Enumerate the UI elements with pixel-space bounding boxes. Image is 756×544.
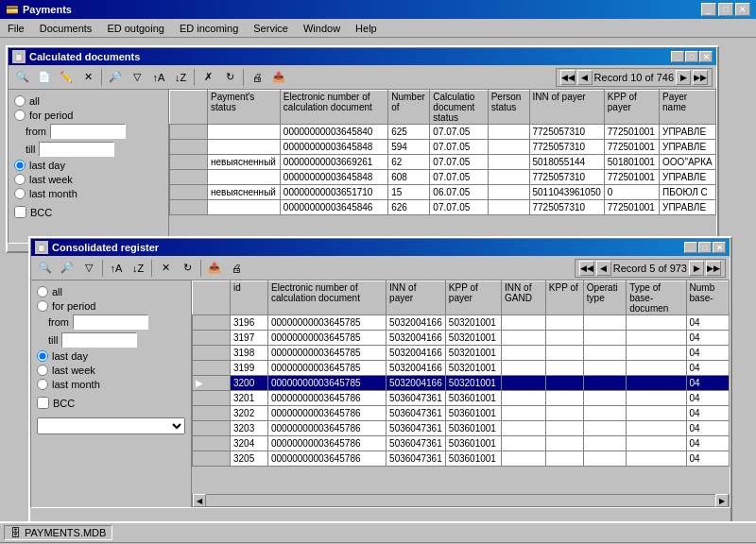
task-payments-mdb[interactable]: 🗄 PAYMENTS.MDB — [4, 525, 112, 540]
cr-col-kpp[interactable]: KPP of payer — [445, 281, 501, 315]
cr-bcc-select[interactable] — [37, 417, 185, 434]
consol-reg-minimize[interactable]: _ — [684, 242, 697, 253]
menu-file[interactable]: File — [4, 22, 28, 35]
table-row[interactable]: 3204 00000000003645786 5036047361 503601… — [193, 436, 730, 451]
filter-all-radio[interactable] — [14, 95, 26, 107]
cr-bcc-checkbox[interactable] — [37, 397, 49, 409]
nav-next-btn[interactable]: ▶ — [676, 70, 691, 85]
filter-lastday-radio[interactable] — [14, 160, 26, 171]
search-tool-btn[interactable]: 🔍 — [12, 68, 33, 87]
cr-scrollbar-h[interactable]: ◀ ▶ — [192, 494, 730, 507]
add-tool-btn[interactable]: 📄 — [34, 68, 55, 87]
table-row[interactable]: 3197 00000000003645785 5032004166 503201… — [193, 331, 730, 346]
menu-help[interactable]: Help — [352, 22, 381, 35]
cr-col-inn[interactable]: INN of payer — [387, 281, 446, 315]
calc-doc-minimize[interactable]: _ — [671, 51, 684, 62]
sort-desc-btn[interactable]: ↓Z — [170, 68, 191, 87]
cell-id: 3204 — [231, 436, 268, 451]
menu-window[interactable]: Window — [300, 22, 344, 35]
cr-delete-btn[interactable]: ✕ — [155, 259, 176, 278]
nav-prev-btn[interactable]: ◀ — [577, 70, 593, 85]
filter-btn[interactable]: 🔎 — [105, 68, 126, 87]
table-row[interactable]: 3196 00000000003645785 5032004166 503201… — [193, 315, 730, 331]
col-kpp-payer[interactable]: KPP of payer — [604, 91, 659, 125]
calc-doc-close[interactable]: ✕ — [699, 51, 713, 62]
cr-filter-period-radio[interactable] — [37, 300, 48, 312]
nav-first-btn[interactable]: ◀◀ — [560, 70, 576, 85]
print-preview-btn[interactable]: 🖨 — [247, 68, 267, 87]
menu-ed-incoming[interactable]: ED incoming — [176, 22, 242, 35]
table-row[interactable]: 00000000003645848 608 07.07.05 772505731… — [170, 170, 716, 185]
cr-scroll-left[interactable]: ◀ — [193, 494, 206, 507]
consol-reg-maximize[interactable]: □ — [698, 242, 712, 253]
cr-filter-lastweek-radio[interactable] — [37, 365, 48, 376]
col-payment-status[interactable]: Payment's status — [208, 91, 281, 125]
cr-refresh-btn[interactable]: ↻ — [177, 259, 198, 278]
cr-nav-last-btn[interactable]: ▶▶ — [706, 261, 721, 276]
col-person-status[interactable]: Person status — [488, 91, 529, 125]
col-number-of[interactable]: Number of — [388, 91, 430, 125]
cr-nav-prev-btn[interactable]: ◀ — [596, 261, 611, 276]
export-btn[interactable]: 📤 — [268, 68, 289, 87]
filter-lastmonth-radio[interactable] — [14, 188, 26, 199]
menu-ed-outgoing[interactable]: ED outgoing — [103, 22, 168, 35]
cr-filter-lastday-radio[interactable] — [37, 350, 48, 362]
cr-sort-asc-btn[interactable]: ↑A — [106, 259, 127, 278]
menu-service[interactable]: Service — [249, 22, 292, 35]
till-date-input[interactable] — [39, 142, 114, 157]
cr-scroll-right[interactable]: ▶ — [715, 494, 729, 507]
refresh-btn[interactable]: ↻ — [219, 68, 240, 87]
col-inn-payer[interactable]: INN of payer — [529, 91, 604, 125]
menu-documents[interactable]: Documents — [36, 22, 96, 35]
table-row[interactable]: 3198 00000000003645785 5032004166 503201… — [193, 346, 730, 361]
filter2-btn[interactable]: ▽ — [127, 68, 147, 87]
table-row[interactable]: 3199 00000000003645785 5032004166 503201… — [193, 361, 730, 376]
filter-period-radio[interactable] — [14, 110, 26, 121]
filter-lastweek-radio[interactable] — [14, 174, 26, 185]
table-row[interactable]: 3203 00000000003645786 5036047361 503601… — [193, 421, 730, 436]
sort-asc-btn[interactable]: ↑A — [148, 68, 169, 87]
table-row[interactable]: 3205 00000000003645786 5036047361 503601… — [193, 451, 730, 467]
delete-tool-btn[interactable]: ✕ — [77, 68, 98, 87]
table-row[interactable]: невыясненный 00000000003651710 15 06.07.… — [170, 185, 716, 200]
maximize-button[interactable]: □ — [718, 3, 733, 16]
cr-col-num-base[interactable]: Numb base- — [686, 281, 729, 315]
cr-till-date-input[interactable] — [61, 332, 137, 348]
remove-filter-btn[interactable]: ✗ — [198, 68, 218, 87]
table-row[interactable]: 00000000003645840 625 07.07.05 772505731… — [170, 125, 716, 140]
table-row[interactable]: 00000000003645846 626 07.07.05 772505731… — [170, 200, 716, 215]
cr-from-date-input[interactable] — [73, 314, 148, 330]
cr-col-op-type[interactable]: Operati type — [583, 281, 626, 315]
cr-col-id[interactable]: id — [231, 281, 268, 315]
table-row[interactable]: 3202 00000000003645786 5036047361 503601… — [193, 406, 730, 421]
from-date-input[interactable] — [50, 124, 126, 139]
cr-filter-lastmonth-radio[interactable] — [37, 379, 48, 390]
col-elec-num[interactable]: Electronic number of calculation documen… — [280, 91, 387, 125]
cr-filter2-btn[interactable]: ▽ — [78, 259, 99, 278]
consol-reg-close[interactable]: ✕ — [713, 242, 726, 253]
cr-search-btn[interactable]: 🔍 — [35, 259, 56, 278]
cr-col-type-base[interactable]: Type of base-documen — [627, 281, 686, 315]
minimize-button[interactable]: _ — [701, 3, 716, 16]
cr-print-btn[interactable]: 🖨 — [226, 259, 247, 278]
cr-col-inn-gand[interactable]: INN of GAND — [502, 281, 546, 315]
bcc-checkbox[interactable] — [14, 206, 26, 218]
col-calc-doc-status[interactable]: Calculatio document status — [430, 91, 488, 125]
close-button[interactable]: ✕ — [735, 3, 750, 16]
cr-nav-next-btn[interactable]: ▶ — [689, 261, 704, 276]
table-row[interactable]: невыясненный 00000000003669261 62 07.07.… — [170, 155, 716, 170]
cr-filter-all-radio[interactable] — [37, 286, 48, 298]
cr-filter-btn[interactable]: 🔎 — [57, 259, 77, 278]
table-row[interactable]: ▶ 3200 00000000003645785 5032004166 5032… — [193, 376, 730, 391]
nav-last-btn[interactable]: ▶▶ — [693, 70, 708, 85]
cr-sort-desc-btn[interactable]: ↓Z — [128, 259, 148, 278]
col-payer-name[interactable]: Payer name — [660, 91, 716, 125]
edit-tool-btn[interactable]: ✏️ — [56, 68, 77, 87]
cr-col-kpp-of[interactable]: KPP of — [545, 281, 583, 315]
cr-nav-first-btn[interactable]: ◀◀ — [579, 261, 594, 276]
calc-doc-maximize[interactable]: □ — [685, 51, 698, 62]
cr-col-elec-num[interactable]: Electronic number of calculation documen… — [268, 281, 387, 315]
table-row[interactable]: 3201 00000000003645786 5036047361 503601… — [193, 391, 730, 406]
cr-export-btn[interactable]: 📤 — [204, 259, 225, 278]
table-row[interactable]: 00000000003645848 594 07.07.05 772505731… — [170, 140, 716, 155]
